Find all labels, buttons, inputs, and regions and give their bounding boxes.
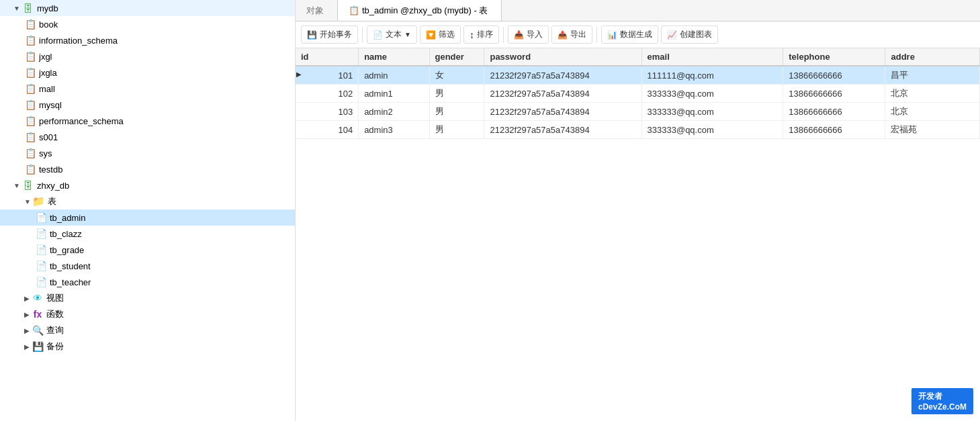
- sort-button[interactable]: ↕ 排序: [463, 26, 499, 44]
- chevron-icon: ▼: [13, 5, 20, 12]
- col-header-address[interactable]: addre: [885, 48, 980, 66]
- sidebar-item-tb-teacher[interactable]: 📄 tb_teacher: [0, 274, 295, 290]
- export-icon: 📤: [558, 30, 568, 40]
- col-header-gender[interactable]: gender: [429, 48, 484, 66]
- table-row[interactable]: 104admin3男21232f297a57a5a743894333333@qq…: [296, 121, 980, 139]
- generate-data-icon: 📊: [607, 30, 617, 40]
- cell-gender: 女: [429, 66, 484, 85]
- begin-transaction-button[interactable]: 💾 开始事务: [301, 26, 358, 44]
- sort-label: 排序: [477, 29, 493, 40]
- table-row[interactable]: 103admin2男21232f297a57a5a743894333333@qq…: [296, 103, 980, 121]
- sidebar-item-jxgl[interactable]: 📋 jxgl: [0, 48, 295, 64]
- sidebar-label: zhxy_db: [37, 181, 69, 191]
- sidebar-item-functions[interactable]: ▶ fx 函数: [0, 306, 295, 322]
- generate-data-label: 数据生成: [620, 29, 652, 40]
- cell-password: 21232f297a57a5a743894: [484, 121, 641, 139]
- create-chart-label: 创建图表: [680, 29, 712, 40]
- sidebar-item-zhxy-db[interactable]: ▼ 🗄 zhxy_db: [0, 177, 295, 193]
- sidebar-item-tb-student[interactable]: 📄 tb_student: [0, 258, 295, 274]
- table-icon: 📋: [24, 66, 36, 79]
- sidebar-item-queries[interactable]: ▶ 🔍 查询: [0, 322, 295, 338]
- cell-address: 宏福苑: [885, 121, 980, 139]
- tab-table[interactable]: 📋 tb_admin @zhxy_db (mydb) - 表: [338, 0, 502, 21]
- sidebar: ▼ 🗄 mydb 📋 book 📋 information_schema 📋 j…: [0, 0, 296, 421]
- sidebar-item-sys[interactable]: 📋 sys: [0, 145, 295, 161]
- cell-email: 111111@qq.com: [641, 66, 783, 85]
- sidebar-label: s001: [39, 132, 58, 142]
- sidebar-item-jxgla[interactable]: 📋 jxgla: [0, 64, 295, 81]
- col-header-email[interactable]: email: [641, 48, 783, 66]
- chevron-right-icon: ▶: [24, 295, 30, 302]
- table-icon: 📋: [24, 99, 36, 111]
- import-label: 导入: [527, 29, 543, 40]
- transaction-icon: 💾: [307, 30, 317, 40]
- create-chart-icon: 📈: [667, 30, 677, 40]
- generate-data-button[interactable]: 📊 数据生成: [601, 26, 658, 44]
- data-table-area[interactable]: id name gender password email telephone …: [296, 48, 980, 421]
- table-row[interactable]: 101admin女21232f297a57a5a743894111111@qq.…: [296, 66, 980, 85]
- col-header-password[interactable]: password: [484, 48, 641, 66]
- sidebar-label: 查询: [46, 324, 64, 336]
- sidebar-item-s001[interactable]: 📋 s001: [0, 129, 295, 145]
- cell-telephone: 13866666666: [783, 66, 885, 85]
- table-icon: 📋: [24, 163, 36, 175]
- sidebar-item-tb-admin[interactable]: 📄 tb_admin: [0, 209, 295, 226]
- sidebar-item-book[interactable]: 📋 book: [0, 16, 295, 32]
- create-chart-button[interactable]: 📈 创建图表: [661, 26, 718, 44]
- sidebar-label: mydb: [37, 3, 58, 13]
- import-button[interactable]: 📥 导入: [508, 26, 549, 44]
- sidebar-item-mysql[interactable]: 📋 mysql: [0, 97, 295, 113]
- func-icon: fx: [32, 308, 44, 320]
- cell-name: admin2: [359, 103, 429, 121]
- table-row[interactable]: 102admin1男21232f297a57a5a743894333333@qq…: [296, 85, 980, 103]
- cell-email: 333333@qq.com: [641, 121, 783, 139]
- sidebar-label: testdb: [39, 165, 62, 175]
- sidebar-item-mydb[interactable]: ▼ 🗄 mydb: [0, 0, 295, 16]
- sidebar-item-testdb[interactable]: 📋 testdb: [0, 161, 295, 177]
- cell-id: 101: [296, 66, 359, 85]
- col-header-id[interactable]: id: [296, 48, 359, 66]
- tab-table-label: tb_admin @zhxy_db (mydb) - 表: [362, 5, 488, 17]
- table-blue-icon: 📄: [35, 276, 47, 288]
- tab-table-icon: 📋: [349, 5, 359, 15]
- tab-object[interactable]: 对象: [296, 0, 338, 21]
- sidebar-item-backup[interactable]: ▶ 💾 备份: [0, 338, 295, 355]
- sidebar-item-mall[interactable]: 📋 mall: [0, 81, 295, 97]
- table-blue-icon: 📄: [35, 228, 47, 240]
- watermark-line1: 开发者: [918, 391, 967, 402]
- watermark: 开发者 cDevZe.CoM: [911, 388, 973, 414]
- sidebar-item-tb-clazz[interactable]: 📄 tb_clazz: [0, 226, 295, 242]
- sidebar-item-views[interactable]: ▶ 👁 视图: [0, 290, 295, 306]
- cell-telephone: 13866666666: [783, 85, 885, 103]
- text-icon: 📄: [373, 30, 383, 40]
- cell-gender: 男: [429, 121, 484, 139]
- col-header-telephone[interactable]: telephone: [783, 48, 885, 66]
- table-icon: 📋: [24, 115, 36, 127]
- cell-telephone: 13866666666: [783, 103, 885, 121]
- sidebar-item-performance-schema[interactable]: 📋 performance_schema: [0, 113, 295, 129]
- sidebar-item-tables-group[interactable]: ▼ 📁 表: [0, 193, 295, 209]
- cell-gender: 男: [429, 103, 484, 121]
- filter-button[interactable]: 🔽 筛选: [420, 26, 461, 44]
- separator: [362, 27, 363, 43]
- import-icon: 📥: [514, 30, 524, 40]
- dropdown-arrow-icon: ▼: [404, 31, 411, 38]
- cell-password: 21232f297a57a5a743894: [484, 103, 641, 121]
- sidebar-item-tb-grade[interactable]: 📄 tb_grade: [0, 242, 295, 258]
- separator: [503, 27, 504, 43]
- cell-address: 北京: [885, 103, 980, 121]
- cell-id: 104: [296, 121, 359, 139]
- col-header-name[interactable]: name: [359, 48, 429, 66]
- db-icon: 🗄: [22, 2, 34, 14]
- cell-email: 333333@qq.com: [641, 103, 783, 121]
- main-panel: 对象 📋 tb_admin @zhxy_db (mydb) - 表 💾 开始事务…: [296, 0, 980, 421]
- sidebar-item-information-schema[interactable]: 📋 information_schema: [0, 32, 295, 48]
- export-button[interactable]: 📤 导出: [551, 26, 592, 44]
- filter-icon: 🔽: [426, 30, 436, 40]
- text-button[interactable]: 📄 文本 ▼: [367, 26, 417, 44]
- export-label: 导出: [570, 29, 586, 40]
- cell-gender: 男: [429, 85, 484, 103]
- sidebar-label: jxgla: [39, 68, 57, 78]
- folder-icon: 📁: [33, 195, 45, 207]
- cell-name: admin: [359, 66, 429, 85]
